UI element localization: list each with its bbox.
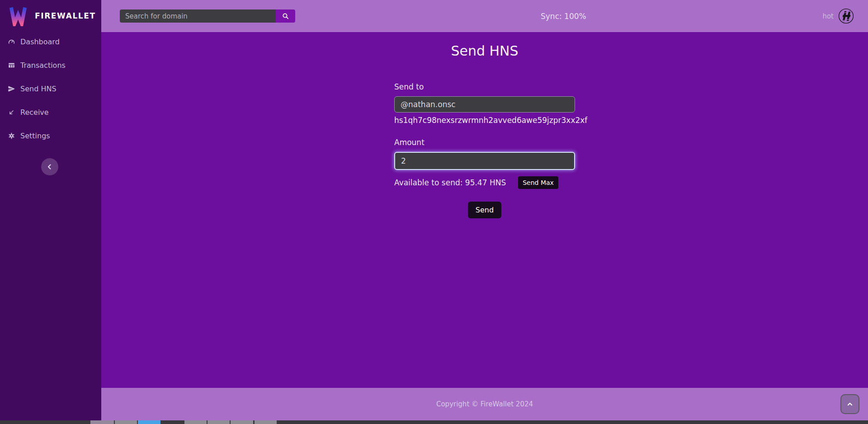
chevron-left-icon: [46, 163, 54, 171]
search-input[interactable]: [120, 9, 276, 23]
brand-name: FIREWALLET: [35, 11, 96, 20]
taskbar-segment[interactable]: [90, 420, 114, 424]
taskbar-segment[interactable]: [255, 420, 277, 424]
search-icon: [282, 12, 289, 20]
main-content: Send HNS Send to hs1qh7c98nexsrzwrmnh2av…: [101, 32, 868, 388]
search-button[interactable]: [276, 9, 295, 23]
sidebar: FIREWALLET Dashboard: [0, 0, 101, 420]
send-icon: [8, 85, 15, 93]
sidebar-item-receive[interactable]: Receive: [0, 100, 101, 124]
send-button[interactable]: Send: [468, 202, 501, 218]
footer: Copyright © FireWallet 2024: [101, 388, 868, 420]
resolved-address: hs1qh7c98nexsrzwrmnh2avved6awe59jzpr3xx2…: [394, 116, 575, 125]
sidebar-item-transactions[interactable]: Transactions: [0, 53, 101, 77]
wallet-switcher[interactable]: hot: [822, 0, 854, 32]
firewallet-logo-icon: [9, 5, 27, 26]
sidebar-item-label: Transactions: [20, 61, 66, 70]
amount-label: Amount: [394, 138, 575, 147]
topbar: Sync: 100% hot: [101, 0, 868, 32]
sidebar-item-dashboard[interactable]: Dashboard: [0, 30, 101, 53]
taskbar-segment[interactable]: [184, 420, 207, 424]
amount-input[interactable]: [394, 152, 575, 170]
sidebar-nav: Dashboard Transactions Send HNS: [0, 30, 101, 147]
send-form: Send to hs1qh7c98nexsrzwrmnh2avved6awe59…: [394, 82, 575, 218]
sidebar-item-settings[interactable]: Settings: [0, 124, 101, 147]
domain-search: [120, 9, 295, 23]
taskbar-segment[interactable]: [138, 420, 160, 424]
send-max-button[interactable]: Send Max: [518, 176, 558, 189]
table-icon: [8, 61, 15, 69]
gear-icon: [8, 132, 15, 140]
taskbar-segment[interactable]: [208, 420, 230, 424]
bottom-strip: [0, 420, 868, 424]
handshake-icon: [838, 8, 854, 24]
gauge-icon: [8, 38, 15, 46]
chevron-up-icon: [846, 400, 854, 408]
taskbar-segment[interactable]: [231, 420, 253, 424]
available-row: Available to send: 95.47 HNS Send Max: [394, 176, 575, 189]
send-to-label: Send to: [394, 82, 575, 91]
sidebar-item-label: Dashboard: [20, 38, 60, 46]
sidebar-collapse-button[interactable]: [41, 158, 58, 175]
sidebar-item-label: Send HNS: [20, 85, 57, 93]
firewallet-app: FIREWALLET Dashboard: [0, 0, 868, 424]
wallet-name: hot: [822, 12, 834, 20]
brand-header[interactable]: FIREWALLET: [0, 0, 101, 26]
scroll-to-top-button[interactable]: [840, 394, 859, 414]
sidebar-item-label: Receive: [20, 108, 49, 117]
sidebar-item-label: Settings: [20, 132, 50, 140]
taskbar-segment[interactable]: [115, 420, 137, 424]
sync-status: Sync: 100%: [541, 0, 586, 32]
copyright-text: Copyright © FireWallet 2024: [436, 400, 533, 408]
page-title: Send HNS: [101, 43, 868, 59]
send-to-input[interactable]: [394, 96, 575, 113]
receive-icon: [8, 108, 15, 116]
available-balance: Available to send: 95.47 HNS: [394, 178, 506, 187]
sidebar-item-send-hns[interactable]: Send HNS: [0, 77, 101, 100]
